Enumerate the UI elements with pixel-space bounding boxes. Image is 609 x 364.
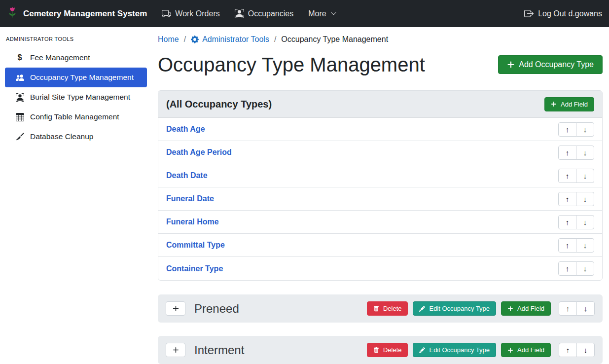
field-link[interactable]: Container Type [166, 264, 223, 273]
add-occupancy-type-button[interactable]: Add Occupancy Type [498, 55, 603, 74]
reorder-button-group: ↑ ↓ [558, 215, 594, 229]
breadcrumb: Home / Administrator Tools / Occupancy T… [158, 35, 603, 44]
move-down-button[interactable]: ↓ [576, 146, 594, 160]
edit-occupancy-type-button[interactable]: Edit Occupancy Type [413, 301, 496, 316]
brand[interactable]: Cemetery Management System [6, 6, 147, 21]
tulip-logo-icon [6, 6, 19, 21]
reorder-button-group: ↑ ↓ [558, 261, 594, 276]
dollar-icon: $ [15, 54, 25, 62]
logout-button[interactable]: Log Out d.gowans [524, 9, 602, 18]
plus-icon [507, 61, 515, 69]
users-icon [15, 73, 25, 82]
pencil-icon [419, 347, 425, 353]
sidebar-item-label: Occupancy Type Management [30, 73, 134, 82]
breadcrumb-current: Occupancy Type Management [281, 35, 388, 44]
page-title: Occupancy Type Management [158, 53, 425, 76]
breadcrumb-home[interactable]: Home [158, 35, 179, 44]
reorder-button-group: ↑ ↓ [558, 192, 594, 206]
move-down-button[interactable]: ↓ [576, 215, 594, 229]
delete-label: Delete [383, 305, 402, 312]
up-arrow-icon: ↑ [566, 172, 570, 180]
up-arrow-icon: ↑ [566, 304, 570, 313]
down-arrow-icon: ↓ [584, 304, 588, 313]
down-arrow-icon: ↓ [583, 264, 587, 273]
sidebar-item-database-cleanup[interactable]: Database Cleanup [5, 127, 147, 146]
move-up-button[interactable]: ↑ [559, 343, 577, 357]
main-content: Home / Administrator Tools / Occupancy T… [148, 27, 609, 364]
plus-icon [507, 306, 513, 312]
move-down-button[interactable]: ↓ [576, 238, 594, 253]
add-field-label: Add Field [517, 346, 544, 354]
move-down-button[interactable]: ↓ [576, 261, 594, 276]
move-up-button[interactable]: ↑ [558, 215, 576, 229]
up-arrow-icon: ↑ [566, 195, 570, 203]
field-link[interactable]: Death Age [166, 125, 205, 134]
field-link[interactable]: Death Date [166, 171, 208, 180]
person-frame-icon [15, 93, 25, 102]
field-link[interactable]: Funeral Date [166, 194, 214, 203]
add-occupancy-type-label: Add Occupancy Type [519, 60, 594, 69]
edit-occupancy-type-button[interactable]: Edit Occupancy Type [413, 343, 496, 357]
sidebar: Administrator Tools $ Fee Management Occ… [0, 27, 148, 364]
section-actions: Delete Edit Occupancy Type Add Field ↑ ↓ [367, 343, 595, 357]
nav-occupancies-label: Occupancies [248, 9, 294, 18]
occupancy-type-section-interment: Interment Delete Edit Occupancy Type Add… [158, 336, 603, 364]
move-up-button[interactable]: ↑ [559, 301, 577, 316]
add-field-button[interactable]: Add Field [501, 343, 551, 357]
plus-icon [173, 347, 179, 353]
nav-occupancies[interactable]: Occupancies [235, 9, 294, 18]
nav-more[interactable]: More [308, 9, 336, 18]
table-icon [15, 113, 25, 121]
move-up-button[interactable]: ↑ [558, 261, 576, 276]
nav-work-orders-label: Work Orders [175, 9, 219, 18]
sidebar-item-label: Burial Site Type Management [30, 93, 130, 102]
expand-button[interactable] [166, 343, 185, 357]
move-down-button[interactable]: ↓ [576, 192, 594, 206]
plus-icon [551, 101, 557, 107]
nav-work-orders[interactable]: Work Orders [162, 9, 219, 18]
nav-more-label: More [308, 9, 326, 18]
add-field-button[interactable]: Add Field [544, 97, 594, 111]
plus-icon [173, 305, 179, 312]
move-down-button[interactable]: ↓ [576, 301, 595, 316]
move-up-button[interactable]: ↑ [558, 122, 576, 137]
reorder-button-group: ↑ ↓ [559, 343, 595, 357]
logout-label: Log Out d.gowans [538, 9, 602, 18]
breadcrumb-administrator-tools-label: Administrator Tools [202, 35, 269, 44]
breadcrumb-administrator-tools[interactable]: Administrator Tools [191, 35, 269, 44]
all-occupancy-types-card: (All Occupancy Types) Add Field Death Ag… [158, 90, 603, 281]
sidebar-item-label: Config Table Management [30, 112, 119, 121]
down-arrow-icon: ↓ [584, 346, 588, 354]
delete-button[interactable]: Delete [367, 343, 408, 357]
up-arrow-icon: ↑ [566, 148, 570, 157]
move-up-button[interactable]: ↑ [558, 169, 576, 183]
chevron-down-icon [330, 10, 337, 17]
move-down-button[interactable]: ↓ [576, 169, 594, 183]
breadcrumb-separator: / [184, 35, 186, 44]
add-field-label: Add Field [561, 101, 588, 108]
reorder-button-group: ↑ ↓ [558, 122, 594, 137]
down-arrow-icon: ↓ [583, 125, 587, 134]
sidebar-item-burial-site-type-management[interactable]: Burial Site Type Management [5, 87, 147, 107]
move-up-button[interactable]: ↑ [558, 192, 576, 206]
field-row: Death Date ↑ ↓ [158, 164, 602, 187]
expand-button[interactable] [166, 301, 185, 316]
move-up-button[interactable]: ↑ [558, 146, 576, 160]
truck-icon [162, 9, 171, 18]
sidebar-item-fee-management[interactable]: $ Fee Management [5, 48, 147, 68]
field-link[interactable]: Committal Type [166, 241, 225, 250]
field-link[interactable]: Funeral Home [166, 218, 219, 226]
down-arrow-icon: ↓ [583, 148, 587, 157]
delete-button[interactable]: Delete [367, 301, 408, 316]
move-down-button[interactable]: ↓ [576, 343, 595, 357]
move-down-button[interactable]: ↓ [576, 122, 594, 137]
sidebar-item-config-table-management[interactable]: Config Table Management [5, 107, 147, 127]
field-link[interactable]: Death Age Period [166, 148, 232, 157]
reorder-button-group: ↑ ↓ [558, 146, 594, 160]
move-up-button[interactable]: ↑ [558, 238, 576, 253]
sidebar-item-occupancy-type-management[interactable]: Occupancy Type Management [5, 68, 147, 87]
delete-label: Delete [383, 346, 402, 354]
brand-title: Cemetery Management System [23, 9, 147, 19]
add-field-button[interactable]: Add Field [501, 301, 551, 316]
occupancy-type-section-preneed: Preneed Delete Edit Occupancy Type Add F… [158, 294, 603, 323]
